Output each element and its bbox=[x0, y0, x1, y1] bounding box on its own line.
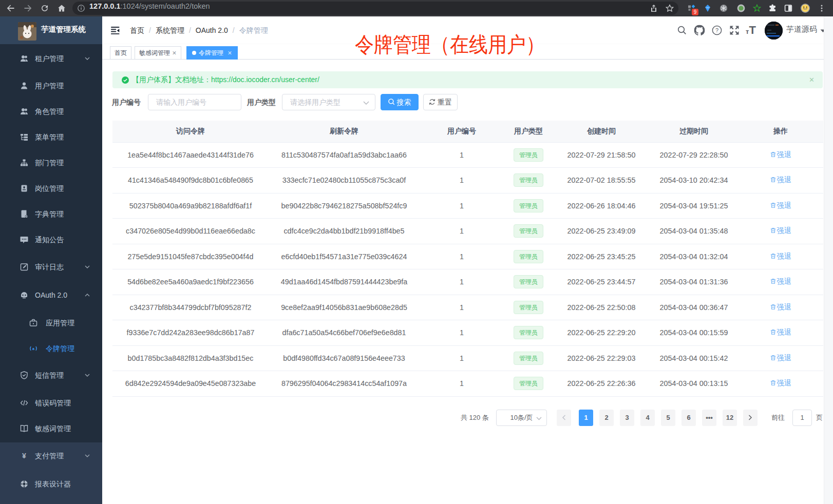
svg-text:?: ? bbox=[715, 27, 718, 33]
svg-text:a: a bbox=[32, 347, 34, 351]
svg-text:¥: ¥ bbox=[22, 452, 26, 460]
